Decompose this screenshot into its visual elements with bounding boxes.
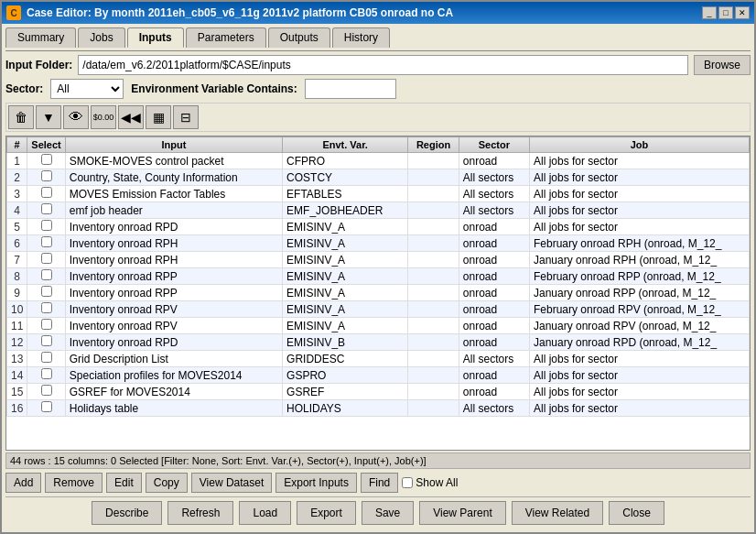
export-button[interactable]: Export [297,501,356,525]
export-inputs-button[interactable]: Export Inputs [275,473,357,493]
row-envt-var: EMISINV_B [283,334,408,351]
close-window-button[interactable]: Close [609,501,664,525]
row-envt-var: CFPRO [283,153,408,169]
remove-button[interactable]: Remove [45,473,103,493]
row-envt-var: EMISINV_A [283,318,408,334]
table-row[interactable]: 11 Inventory onroad RPV EMISINV_A onroad… [7,318,750,334]
row-select[interactable] [27,334,65,351]
tab-inputs[interactable]: Inputs [127,27,184,48]
table-row[interactable]: 15 GSREF for MOVES2014 GSREF onroad All … [7,384,750,400]
table-row[interactable]: 9 Inventory onroad RPP EMISINV_A onroad … [7,285,750,301]
col-envt-var: Envt. Var. [283,137,408,153]
table-row[interactable]: 6 Inventory onroad RPH EMISINV_A onroad … [7,235,750,252]
show-all-wrapper: Show All [402,476,458,489]
row-select[interactable] [27,384,65,400]
row-select[interactable] [27,301,65,318]
row-select[interactable] [27,367,65,384]
tab-history[interactable]: History [332,27,390,48]
table-row[interactable]: 10 Inventory onroad RPV EMISINV_A onroad… [7,301,750,318]
edit-button[interactable]: Edit [106,473,142,493]
row-number: 9 [7,285,27,301]
table-row[interactable]: 8 Inventory onroad RPP EMISINV_A onroad … [7,268,750,285]
back-tool-button[interactable]: ◀◀ [118,105,144,129]
row-sector: onroad [459,367,529,384]
env-var-input[interactable] [305,79,396,99]
save-button[interactable]: Save [362,501,414,525]
row-sector: onroad [459,334,529,351]
row-envt-var: EMISINV_A [283,301,408,318]
row-envt-var: COSTCY [283,169,408,186]
money-tool-button[interactable]: $0.00 [91,105,116,129]
row-envt-var: GSPRO [283,367,408,384]
row-select[interactable] [27,285,65,301]
table-row[interactable]: 5 Inventory onroad RPD EMISINV_A onroad … [7,219,750,235]
row-select[interactable] [27,351,65,367]
view-parent-button[interactable]: View Parent [419,501,505,525]
table-row[interactable]: 3 MOVES Emission Factor Tables EFTABLES … [7,186,750,202]
row-input: Inventory onroad RPP [65,268,282,285]
tab-parameters[interactable]: Parameters [186,27,266,48]
row-envt-var: EFTABLES [283,186,408,202]
row-sector: All sectors [459,169,529,186]
row-select[interactable] [27,219,65,235]
load-button[interactable]: Load [239,501,291,525]
table-row[interactable]: 14 Speciation profiles for MOVES2014 GSP… [7,367,750,384]
tab-outputs[interactable]: Outputs [268,27,330,48]
row-sector: onroad [459,268,529,285]
browse-button[interactable]: Browse [694,55,751,75]
table-row[interactable]: 12 Inventory onroad RPD EMISINV_B onroad… [7,334,750,351]
row-envt-var: HOLIDAYS [283,400,408,417]
view-tool-button[interactable]: 👁 [63,105,89,129]
row-number: 1 [7,153,27,169]
row-input: MOVES Emission Factor Tables [65,186,282,202]
close-button[interactable]: ✕ [735,6,750,19]
row-envt-var: GRIDDESC [283,351,408,367]
bottom-bar: Describe Refresh Load Export Save View P… [5,496,751,529]
grid-tool-button[interactable]: ▦ [146,105,171,129]
minimize-button[interactable]: _ [702,6,717,19]
view-dataset-button[interactable]: View Dataset [191,473,272,493]
row-select[interactable] [27,400,65,417]
table-row[interactable]: 13 Grid Description List GRIDDESC All se… [7,351,750,367]
row-job: February onroad RPP (onroad, M_12_ [530,268,750,285]
filter-tool-button[interactable]: ▼ [36,105,61,129]
table-row[interactable]: 16 Holidays table HOLIDAYS All sectors A… [7,400,750,417]
describe-button[interactable]: Describe [92,501,162,525]
sector-select[interactable]: All [50,79,124,99]
refresh-button[interactable]: Refresh [167,501,233,525]
table-row[interactable]: 1 SMOKE-MOVES control packet CFPRO onroa… [7,153,750,169]
view-related-button[interactable]: View Related [512,501,604,525]
input-folder-field[interactable] [78,55,688,75]
row-select[interactable] [27,186,65,202]
row-select[interactable] [27,252,65,268]
row-select[interactable] [27,169,65,186]
tab-jobs[interactable]: Jobs [78,27,124,48]
maximize-button[interactable]: □ [718,6,733,19]
app-icon: C [6,5,21,20]
row-select[interactable] [27,268,65,285]
row-number: 4 [7,202,27,219]
row-region [408,186,459,202]
row-number: 14 [7,367,27,384]
table-row[interactable]: 2 Country, State, County Information COS… [7,169,750,186]
col-num: # [7,137,27,153]
row-sector: onroad [459,235,529,252]
row-input: Inventory onroad RPV [65,301,282,318]
row-envt-var: EMISINV_A [283,268,408,285]
find-button[interactable]: Find [361,473,398,493]
row-select[interactable] [27,153,65,169]
add-button[interactable]: Add [5,473,41,493]
copy-button[interactable]: Copy [146,473,188,493]
delete-tool-button[interactable]: 🗑 [8,105,34,129]
inputs-table-container[interactable]: # Select Input Envt. Var. Region Sector … [5,136,751,451]
row-select[interactable] [27,235,65,252]
row-input: Inventory onroad RPV [65,318,282,334]
tab-summary[interactable]: Summary [5,27,76,48]
row-select[interactable] [27,202,65,219]
split-tool-button[interactable]: ⊟ [173,105,199,129]
table-row[interactable]: 4 emf job header EMF_JOBHEADER All secto… [7,202,750,219]
show-all-checkbox[interactable] [402,477,413,488]
row-region [408,153,459,169]
table-row[interactable]: 7 Inventory onroad RPH EMISINV_A onroad … [7,252,750,268]
row-select[interactable] [27,318,65,334]
